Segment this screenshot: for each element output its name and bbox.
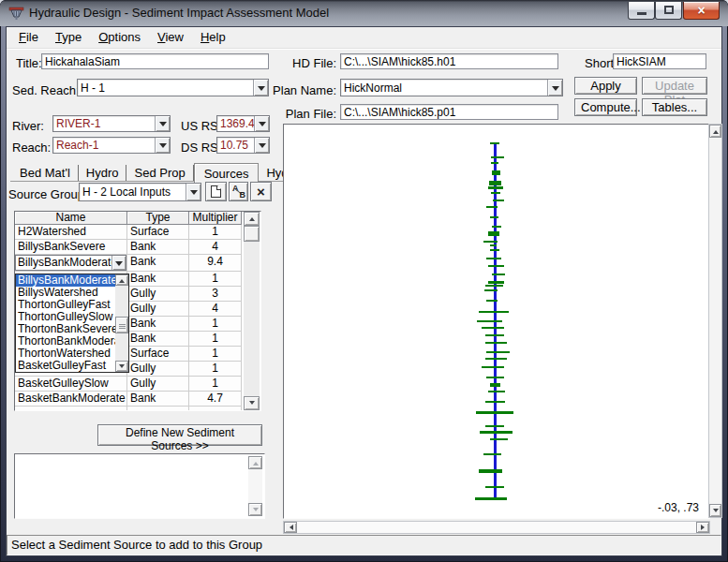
cell-name[interactable]: BillysBankSevere xyxy=(15,240,127,255)
cell-name[interactable]: H2Watershed xyxy=(15,225,127,240)
cell-multiplier[interactable]: 1 xyxy=(189,362,242,377)
cell-multiplier[interactable]: 1 xyxy=(189,317,242,332)
table-row-partial[interactable] xyxy=(15,407,260,411)
column-header-name[interactable]: Name xyxy=(15,212,127,225)
tab-hydro[interactable]: Hydro xyxy=(79,165,127,181)
scroll-up-button[interactable] xyxy=(244,212,260,226)
us-rs-dropdown-arrow[interactable] xyxy=(254,116,269,131)
cell-multiplier[interactable]: 1 xyxy=(189,377,242,392)
cell-multiplier[interactable]: 1 xyxy=(189,332,242,347)
cell-multiplier[interactable]: 4 xyxy=(189,240,242,255)
scrollbar-thumb[interactable] xyxy=(115,317,128,333)
cell-type[interactable]: Bank xyxy=(127,317,189,332)
update-plot-button[interactable]: Update Plot xyxy=(642,77,707,95)
source-group-dropdown-arrow[interactable] xyxy=(186,184,201,200)
cell-multiplier[interactable]: 1 xyxy=(189,347,242,362)
name-cell-dropdown-arrow[interactable] xyxy=(111,256,126,270)
table-row[interactable]: BasketGulleySlowGully1 xyxy=(15,377,260,392)
plan-file-input[interactable] xyxy=(340,104,558,120)
table-row[interactable]: BasketBankModerateBank4.7 xyxy=(15,392,260,407)
dropdown-item-thortonwatershed[interactable]: ThortonWatershed xyxy=(16,348,128,360)
short-id-input[interactable] xyxy=(613,53,706,69)
close-button[interactable]: × xyxy=(683,2,720,20)
menu-type[interactable]: Type xyxy=(47,27,90,48)
title-input[interactable] xyxy=(41,53,269,69)
cell-type[interactable]: Surface xyxy=(127,225,189,240)
scroll-down-button[interactable] xyxy=(115,361,128,372)
cell-type[interactable]: Bank xyxy=(127,240,189,255)
tables-button[interactable]: Tables... xyxy=(642,98,707,116)
plan-name-dropdown-arrow[interactable] xyxy=(547,80,562,96)
cell-multiplier[interactable]: 9.4 xyxy=(189,255,242,272)
title-bar[interactable]: Hydraulic Design - Sediment Impact Asses… xyxy=(0,0,728,26)
delete-source-group-button[interactable]: × xyxy=(250,182,272,201)
scroll-down-button[interactable] xyxy=(244,396,260,410)
new-source-group-button[interactable] xyxy=(205,182,227,201)
reach-combobox[interactable]: Reach-1 xyxy=(52,137,171,154)
river-combobox[interactable]: RIVER-1 xyxy=(52,115,171,132)
tab-sed-prop[interactable]: Sed Prop xyxy=(126,165,193,181)
scroll-up-button[interactable] xyxy=(709,125,721,138)
hd-file-input[interactable] xyxy=(340,53,558,69)
cell-multiplier[interactable]: 1 xyxy=(189,225,242,240)
dropdown-scrollbar[interactable] xyxy=(115,274,128,372)
dropdown-item-basketgulleyfast[interactable]: BasketGulleyFast xyxy=(16,360,128,372)
apply-button[interactable]: Apply xyxy=(574,77,637,95)
cell-type[interactable]: Gully xyxy=(127,362,189,377)
scroll-left-button[interactable] xyxy=(284,522,297,533)
cell-type[interactable]: Gully xyxy=(127,377,189,392)
cell-type[interactable]: Surface xyxy=(127,347,189,362)
table-scrollbar[interactable] xyxy=(244,212,260,410)
ds-rs-combobox[interactable]: 10.75 xyxy=(216,137,270,154)
minimize-button[interactable] xyxy=(628,2,655,20)
menu-file[interactable]: File xyxy=(10,27,47,48)
source-group-combobox[interactable]: H - 2 Local Inputs xyxy=(79,183,201,201)
cell-name[interactable]: BasketBankModerate xyxy=(15,392,127,407)
cell-multiplier[interactable]: 1 xyxy=(189,272,242,287)
scroll-up-button[interactable] xyxy=(248,456,262,469)
cell-type[interactable]: Bank xyxy=(127,332,189,347)
ds-rs-dropdown-arrow[interactable] xyxy=(254,138,269,153)
cell-type[interactable]: Bank xyxy=(127,272,189,287)
dropdown-item-thortonbankmoderat[interactable]: ThortonBankModerat xyxy=(16,335,128,348)
menu-help[interactable]: Help xyxy=(192,27,234,48)
dropdown-item-thortongulleyslow[interactable]: ThortonGulleySlow xyxy=(16,311,128,323)
sed-reach-dropdown-arrow[interactable] xyxy=(253,80,268,96)
table-row[interactable]: H2WatershedSurface1 xyxy=(15,225,260,240)
river-dropdown-arrow[interactable] xyxy=(155,116,170,131)
dropdown-item-thortongulleyfast[interactable]: ThortonGulleyFast xyxy=(16,299,128,311)
cell-type[interactable]: Bank xyxy=(127,255,189,272)
table-row[interactable]: BillysBankSevereBank4 xyxy=(15,240,260,255)
dropdown-item-thortonbanksevere[interactable]: ThortonBankSevere xyxy=(16,323,128,335)
cell-multiplier[interactable]: 4 xyxy=(189,302,242,317)
schematic-plot[interactable]: -.03, .73 xyxy=(285,126,708,517)
cell-name[interactable]: BasketGulleySlow xyxy=(15,377,127,392)
cell-type[interactable]: Gully xyxy=(127,287,189,302)
column-header-multiplier[interactable]: Multiplier xyxy=(189,212,242,225)
table-row[interactable]: BillysBankModerateBank9.4 xyxy=(15,255,260,272)
tab-bed-mat-l[interactable]: Bed Mat'l xyxy=(12,165,79,181)
scroll-down-button[interactable] xyxy=(709,504,721,517)
maximize-button[interactable] xyxy=(655,2,682,20)
column-header-type[interactable]: Type xyxy=(127,212,189,225)
define-new-sediment-sources-button[interactable]: Define New Sediment Sources >> xyxy=(97,424,262,446)
available-sources-listbox[interactable] xyxy=(14,453,265,519)
compute-button[interactable]: Compute... xyxy=(574,98,637,116)
name-cell-combobox[interactable]: BillysBankModerate xyxy=(15,255,126,271)
scroll-right-button[interactable] xyxy=(696,522,709,533)
cell-name[interactable]: BillysBankModerate xyxy=(15,255,127,272)
dropdown-item-billyswatershed[interactable]: BillysWatershed xyxy=(16,287,128,299)
us-rs-combobox[interactable]: 1369.4 xyxy=(216,115,270,132)
listbox-scrollbar[interactable] xyxy=(248,456,262,516)
cell-multiplier[interactable]: 4.7 xyxy=(189,392,242,407)
plan-name-combobox[interactable]: HickNormal xyxy=(340,79,563,96)
reach-dropdown-arrow[interactable] xyxy=(155,138,170,153)
scrollbar-thumb[interactable] xyxy=(244,226,260,242)
sed-reach-combobox[interactable]: H - 1 xyxy=(77,79,269,96)
plot-vertical-scrollbar[interactable] xyxy=(708,124,722,518)
menu-options[interactable]: Options xyxy=(90,27,149,48)
cell-type[interactable]: Bank xyxy=(127,392,189,407)
cell-multiplier[interactable]: 3 xyxy=(189,287,242,302)
cell-type[interactable]: Gully xyxy=(127,302,189,317)
rename-source-group-button[interactable]: AB xyxy=(229,182,248,201)
